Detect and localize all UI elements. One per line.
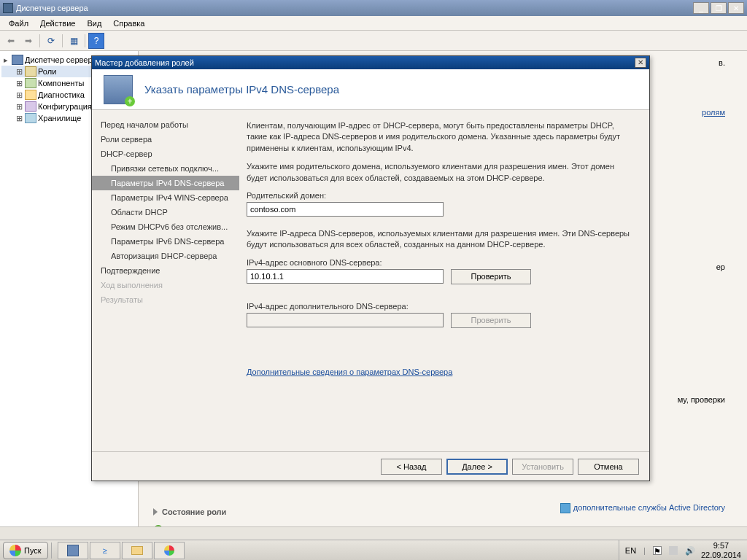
nav-ipv6-dns[interactable]: Параметры IPv6 DNS-сервера (92, 234, 239, 249)
secondary-dns-input[interactable] (247, 313, 444, 327)
main-titlebar: Диспетчер сервера _ ❐ ✕ (0, 0, 747, 16)
nav-dhcp-auth[interactable]: Авторизация DHCP-сервера (92, 249, 239, 263)
nav-ipv4-dns[interactable]: Параметры IPv4 DNS-сервера (92, 176, 239, 190)
menu-action[interactable]: Действие (34, 18, 81, 29)
system-tray: EN | ⚑ 🔊 9:57 22.09.2014 (619, 540, 747, 560)
window-title: Диспетчер сервера (16, 4, 693, 12)
add-roles-wizard: Мастер добавления ролей ✕ Указать параме… (91, 55, 650, 481)
statusbar (0, 526, 747, 540)
start-label: Пуск (24, 546, 42, 555)
wizard-header: Указать параметры IPv4 DNS-сервера (92, 69, 649, 110)
next-button[interactable]: Далее > (446, 459, 508, 475)
clock[interactable]: 9:57 22.09.2014 (701, 541, 741, 559)
flag-icon[interactable]: ⚑ (653, 546, 662, 555)
cancel-button[interactable]: Отмена (578, 459, 639, 475)
validate-secondary-button: Проверить (451, 313, 531, 328)
wizard-header-icon (104, 75, 133, 104)
parent-domain-label: Родительский домен: (247, 191, 632, 200)
back-button[interactable]: < Назад (381, 459, 442, 475)
more-info-link[interactable]: Дополнительные сведения о параметрах DNS… (247, 368, 452, 376)
ad-services-link[interactable]: дополнительные службы Active Directory (560, 503, 725, 513)
task-other[interactable] (154, 542, 185, 559)
intro-para1: Клиентам, получающим IP-адрес от DHCP-се… (247, 120, 632, 154)
nav-server-roles[interactable]: Роли сервера (92, 132, 239, 147)
maximize-button[interactable]: ❐ (711, 2, 727, 14)
install-button: Установить (512, 459, 573, 475)
nav-progress: Ход выполнения (92, 278, 239, 292)
task-explorer[interactable] (122, 542, 152, 559)
primary-dns-input[interactable] (247, 269, 444, 284)
nav-results: Результаты (92, 292, 239, 307)
intro-para3: Укажите IP-адреса DNS-серверов, использу… (247, 228, 632, 251)
properties-icon[interactable]: ▦ (66, 33, 82, 49)
nav-before-begin[interactable]: Перед началом работы (92, 117, 239, 132)
wizard-button-bar: < Назад Далее > Установить Отмена (92, 451, 649, 481)
menu-file[interactable]: Файл (3, 18, 34, 29)
wizard-close-button[interactable]: ✕ (635, 58, 646, 68)
nav-ipv4-wins[interactable]: Параметры IPv4 WINS-сервера (92, 190, 239, 205)
secondary-dns-label: IPv4-адрес дополнительного DNS-сервера: (247, 302, 632, 311)
nav-dhcp[interactable]: DHCP-сервер (92, 147, 239, 161)
menu-help[interactable]: Справка (107, 18, 150, 29)
windows-logo-icon (9, 545, 21, 556)
roles-link[interactable]: ролям (702, 108, 725, 117)
sound-icon[interactable]: 🔊 (685, 546, 694, 555)
intro-para2: Укажите имя родительского домена, исполь… (247, 161, 632, 184)
wizard-content: Клиентам, получающим IP-адрес от DHCP-се… (239, 110, 649, 451)
menubar: Файл Действие Вид Справка (0, 16, 747, 31)
wizard-title: Мастер добавления ролей (95, 58, 635, 67)
wizard-titlebar[interactable]: Мастер добавления ролей ✕ (92, 56, 649, 69)
other-stub: ер (716, 262, 725, 271)
forward-button[interactable]: ➡ (20, 33, 36, 49)
nav-dhcp-scopes[interactable]: Области DHCP (92, 205, 239, 219)
taskbar: Пуск ≥ EN | ⚑ 🔊 9:57 22.09.2014 (0, 540, 747, 560)
nav-bindings[interactable]: Привязки сетевых подключ... (92, 161, 239, 176)
ad-icon (560, 503, 570, 513)
wizard-nav: Перед началом работы Роли сервера DHCP-с… (92, 110, 239, 451)
app-icon (3, 3, 13, 13)
task-server-manager[interactable] (58, 542, 88, 559)
menu-view[interactable]: Вид (81, 18, 107, 29)
wizard-header-text: Указать параметры IPv4 DNS-сервера (144, 83, 339, 96)
network-icon[interactable] (669, 546, 678, 555)
minimize-button[interactable]: _ (693, 2, 709, 14)
help-icon[interactable]: ? (88, 33, 104, 49)
close-button[interactable]: ✕ (728, 2, 744, 14)
primary-dns-label: IPv4-адрес основного DNS-сервера: (247, 258, 632, 267)
back-button[interactable]: ⬅ (3, 33, 19, 49)
start-button[interactable]: Пуск (3, 542, 48, 559)
roles-summary-stub: в. (719, 58, 725, 67)
lang-indicator[interactable]: EN (625, 546, 636, 555)
parent-domain-input[interactable] (247, 202, 444, 217)
nav-dhcpv6[interactable]: Режим DHCPv6 без отслежив... (92, 219, 239, 234)
toolbar: ⬅ ➡ ⟳ ▦ ? (0, 31, 747, 51)
validate-primary-button[interactable]: Проверить (451, 269, 531, 284)
refresh-icon[interactable]: ⟳ (43, 33, 59, 49)
nav-confirm[interactable]: Подтверждение (92, 263, 239, 278)
task-powershell[interactable]: ≥ (90, 542, 120, 559)
check-stub: му, проверки (678, 395, 725, 404)
